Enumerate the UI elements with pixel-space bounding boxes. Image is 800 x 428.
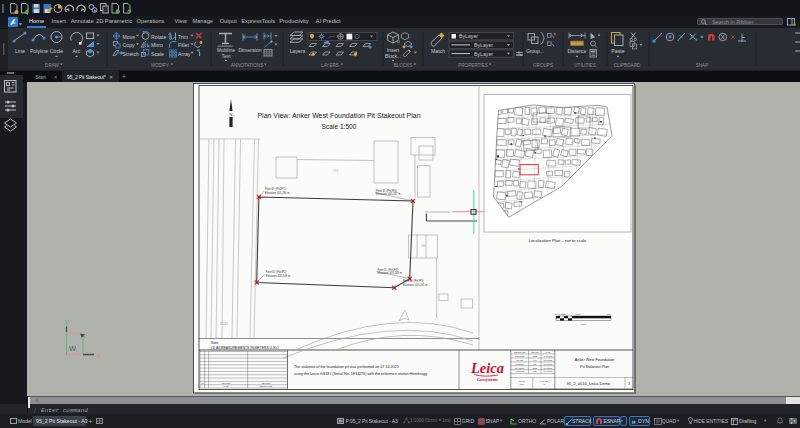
svg-text:Elevation: 405,246 m: Elevation: 405,246 m	[378, 271, 402, 275]
svg-text:Y: Y	[64, 318, 69, 327]
svg-text:Distance: Distance	[567, 49, 586, 54]
svg-text:Leica: Leica	[470, 360, 504, 376]
svg-text:DRAWN: DRAWN	[517, 359, 524, 361]
svg-text:Elevation: 405,248 m: Elevation: 405,248 m	[266, 274, 290, 278]
svg-text:Rotate: Rotate	[151, 34, 166, 40]
svg-text:BLOCKS: BLOCKS	[394, 63, 413, 68]
svg-text:1:500: 1:500	[520, 383, 524, 385]
svg-text:Elevation: 405,245 m: Elevation: 405,245 m	[403, 283, 427, 287]
svg-text:Note: Note	[211, 341, 218, 345]
svg-text:Paste: Paste	[611, 48, 624, 54]
svg-text:CHECKED: CHECKED	[516, 363, 525, 365]
svg-text:The stakeout of the foundation: The stakeout of the foundation pit was p…	[294, 365, 399, 369]
svg-text:Anker West Foundation: Anker West Foundation	[575, 358, 615, 362]
svg-text:LAYERS: LAYERS	[321, 63, 339, 68]
svg-text:Copy: Copy	[123, 42, 136, 48]
svg-text:UTILITIES: UTILITIES	[574, 63, 595, 68]
svg-text:Localization Plan – not to sca: Localization Plan – not to scale	[529, 238, 587, 243]
svg-text:PROPERTIES: PROPERTIES	[458, 63, 488, 68]
svg-text:A3: A3	[543, 383, 545, 385]
svg-text:(1) All MEASUREMENTS IN METERS: (1) All MEASUREMENTS IN METERS U.N.O	[211, 346, 279, 350]
svg-text:CLIPBOARD: CLIPBOARD	[614, 63, 641, 68]
svg-text:Multiline: Multiline	[217, 48, 235, 53]
svg-text:07.10.2025: 07.10.2025	[544, 370, 553, 372]
svg-text:SCALE: SCALE	[519, 380, 525, 382]
svg-text:Point ID: (PitOP4): Point ID: (PitOP4)	[378, 268, 399, 272]
svg-text:MODIFY: MODIFY	[151, 63, 169, 68]
svg-text:Scale: Scale	[151, 51, 164, 57]
svg-text:07.10.2025: 07.10.2025	[544, 359, 553, 361]
svg-text:Dimension: Dimension	[238, 48, 261, 53]
svg-text:Geosystems: Geosystems	[477, 377, 498, 382]
svg-text:07.10.2025: 07.10.2025	[544, 363, 553, 365]
svg-text:Point ID: (PitOP5): Point ID: (PitOP5)	[403, 279, 424, 283]
svg-text:STAKEOUT: STAKEOUT	[515, 367, 524, 369]
svg-text:1:500: 1:500	[580, 323, 586, 325]
svg-text:DESCRIPTION: DESCRIPTION	[514, 351, 526, 353]
svg-text:Stretch: Stretch	[123, 51, 140, 57]
svg-text:Block...: Block...	[385, 54, 401, 59]
svg-text:ANNOTATIONS: ANNOTATIONS	[231, 63, 264, 68]
svg-text:DESCRIPTION: DESCRIPTION	[260, 385, 273, 387]
svg-text:0m: 0m	[555, 313, 558, 315]
svg-text:Match: Match	[431, 48, 445, 54]
svg-text:Group...: Group...	[526, 49, 544, 54]
svg-text:SURVEYED: SURVEYED	[515, 355, 525, 357]
svg-text:Move: Move	[123, 34, 136, 40]
svg-text:Fillet: Fillet	[178, 42, 190, 48]
svg-text:Text: Text	[222, 54, 232, 59]
svg-text:Array: Array	[178, 51, 191, 57]
svg-text:07.10.2025: 07.10.2025	[544, 355, 553, 357]
svg-text:X: X	[97, 351, 102, 360]
svg-text:2140: 2140	[220, 322, 228, 326]
svg-text:PAGE SIZE: PAGE SIZE	[539, 380, 549, 382]
svg-text:Point ID: (PitOP4): Point ID: (PitOP4)	[376, 189, 397, 193]
svg-text:744: 744	[333, 169, 339, 173]
svg-text:12.5m: 12.5m	[575, 313, 581, 315]
svg-text:Layers: Layers	[290, 48, 306, 54]
svg-text:5m: 5m	[563, 313, 566, 315]
svg-text:METHOD: METHOD	[531, 351, 539, 353]
svg-text:Scale 1:500: Scale 1:500	[322, 123, 357, 130]
svg-text:Mirro: Mirro	[151, 42, 163, 48]
svg-text:DRAW: DRAW	[45, 63, 60, 68]
svg-text:SNAP: SNAP	[696, 63, 709, 68]
svg-text:Line: Line	[15, 48, 25, 54]
svg-text:REVISED: REVISED	[222, 382, 231, 384]
svg-text:W: W	[69, 344, 77, 353]
svg-text:Elevation: 405,237 m: Elevation: 405,237 m	[376, 192, 400, 196]
svg-text:Polyline: Polyline	[30, 48, 48, 54]
svg-text:Trim: Trim	[178, 34, 188, 40]
svg-text:25m: 25m	[607, 313, 611, 315]
svg-text:using the Leica GS18 I (Serial: using the Leica GS18 I (Serial No. 18342…	[294, 372, 428, 376]
svg-text:95_2_0010_Leica Demo: 95_2_0010_Leica Demo	[567, 381, 611, 386]
svg-text:Arc: Arc	[73, 48, 81, 54]
svg-text:ByLayer: ByLayer	[474, 42, 493, 48]
svg-text:REVISION: REVISION	[262, 382, 271, 384]
svg-text:Pit Stakeout Plan: Pit Stakeout Plan	[580, 365, 609, 369]
svg-text:Point ID: (PitOP1): Point ID: (PitOP1)	[265, 187, 286, 191]
svg-text:ByLayer: ByLayer	[474, 51, 493, 57]
svg-text:Circle: Circle	[50, 48, 63, 54]
svg-text:- N -: - N -	[227, 112, 235, 117]
svg-text:Elevation: 405,236 m: Elevation: 405,236 m	[265, 191, 289, 195]
svg-text:GROUPS: GROUPS	[533, 63, 553, 68]
svg-text:760: 760	[421, 244, 426, 248]
svg-text:APPROVED: APPROVED	[515, 370, 525, 372]
svg-text:Insert: Insert	[387, 48, 400, 53]
svg-text:Plan View: Anker West Foundati: Plan View: Anker West Foundation Pit Sta…	[257, 112, 420, 119]
svg-text:ByLayer: ByLayer	[459, 33, 478, 39]
svg-text:DATE: DATE	[224, 385, 229, 387]
svg-text:07.10.2025: 07.10.2025	[544, 367, 553, 369]
svg-text:Point ID: (PitOP2): Point ID: (PitOP2)	[266, 270, 287, 274]
